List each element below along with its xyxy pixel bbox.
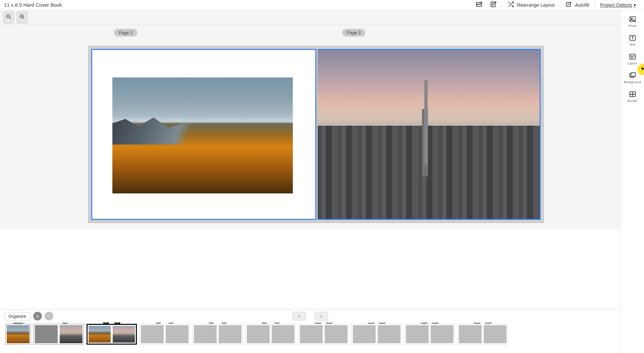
sidebar-text-label: Text	[630, 43, 636, 46]
thumb-spread-8-9[interactable]: 8 9	[246, 324, 296, 345]
autofill-label: Autofill	[575, 2, 589, 8]
thumb-pgnum-4: 4	[155, 322, 161, 324]
thumb-pgnum-6: 6	[208, 322, 214, 324]
thumb-front-label: Front	[12, 322, 24, 324]
thumb-page-14	[406, 325, 429, 343]
sidebar-border[interactable]: Border	[621, 87, 644, 106]
thumb-page-16	[459, 325, 482, 343]
sidebar-photo-label: Photo	[628, 24, 637, 27]
add-page-button[interactable]: +	[33, 312, 42, 320]
sidebar-border-label: Border	[628, 99, 637, 103]
autofill-icon	[566, 1, 572, 9]
next-spread-button[interactable]: ›	[315, 312, 328, 320]
thumb-spread-2-3[interactable]: 2 3	[87, 324, 137, 345]
editor-canvas-area: Page 2 Page 3	[0, 25, 644, 229]
remove-page-button[interactable]: −	[45, 312, 53, 320]
thumb-page-inside-cover	[35, 325, 58, 343]
page-right[interactable]	[318, 49, 541, 220]
thumb-pgnum-17: 17	[484, 322, 492, 324]
thumb-spread-12-13[interactable]: 12 13	[352, 324, 402, 345]
thumb-page-3-img	[113, 326, 135, 343]
caret-down-icon: ▾	[634, 2, 636, 8]
thumb-controls: Organize + − ‹ ›	[0, 310, 621, 322]
thumb-pgnum-3: 3	[114, 322, 120, 325]
thumb-page-8	[247, 325, 270, 343]
right-sidebar: Photo Text Layout Background Border	[621, 10, 644, 353]
page-left[interactable]	[91, 49, 316, 220]
zoom-bar	[0, 10, 644, 25]
svg-rect-14	[631, 73, 635, 76]
thumb-pgnum-8: 8	[261, 322, 267, 324]
thumb-page-17	[484, 325, 506, 343]
page-label-right: Page 3	[342, 29, 365, 37]
thumb-page-2-img	[89, 326, 111, 343]
thumb-pgnum-16: 16	[473, 322, 481, 324]
thumbnail-bar: Organize + − ‹ › Front 1 2 3 4 5	[0, 309, 621, 353]
thumb-page-6	[194, 325, 217, 343]
thumb-pgnum-15: 15	[431, 322, 439, 324]
cursor-icon	[641, 67, 644, 72]
add-text-page-button[interactable]	[486, 0, 500, 11]
photo-slot-right[interactable]	[318, 49, 541, 220]
border-icon	[629, 91, 636, 98]
thumb-spread-16-17[interactable]: 16 17	[458, 324, 508, 345]
rearrange-layout-button[interactable]: Rearrange Layout	[503, 0, 558, 11]
thumbnails-row[interactable]: Front 1 2 3 4 5 6 7	[0, 322, 621, 347]
thumb-spread-4-5[interactable]: 4 5	[140, 324, 190, 345]
thumb-pgnum-5: 5	[168, 322, 174, 324]
project-options-dropdown[interactable]: Project Options ▾	[596, 0, 640, 10]
thumb-pgnum-2: 2	[103, 322, 109, 325]
project-title: 11 x 8.5 Hard Cover Book	[4, 2, 62, 8]
thumb-page-10	[300, 325, 323, 343]
thumb-spread-1[interactable]: 1	[34, 324, 84, 345]
photo-icon	[629, 15, 636, 23]
minus-icon: −	[47, 313, 50, 319]
project-options-label: Project Options	[600, 2, 632, 8]
thumb-pgnum-14: 14	[420, 322, 428, 324]
thumb-page-15	[431, 325, 453, 343]
shuffle-icon	[507, 1, 514, 9]
zoom-out-icon	[6, 14, 12, 21]
thumb-spread-14-15[interactable]: 14 15	[405, 324, 455, 345]
city-image	[318, 50, 540, 219]
svg-point-10	[631, 18, 632, 19]
thumb-page-7	[219, 325, 241, 343]
sidebar-layout-label: Layout	[628, 62, 637, 65]
add-photo-icon	[476, 1, 483, 9]
photo-slot-left[interactable]	[112, 77, 293, 193]
rearrange-label: Rearrange Layout	[517, 2, 554, 8]
organize-button[interactable]: Organize	[4, 312, 31, 320]
thumb-pgnum-9: 9	[274, 322, 280, 324]
thumb-pgnum-7: 7	[221, 322, 227, 324]
add-text-page-icon	[490, 1, 497, 9]
chevron-left-icon: ‹	[299, 313, 300, 319]
background-icon	[629, 72, 636, 79]
svg-rect-12	[630, 54, 635, 59]
sidebar-text[interactable]: Text	[621, 31, 644, 50]
top-toolbar: 11 x 8.5 Hard Cover Book Rearrange Layou…	[0, 0, 644, 10]
svg-rect-2	[567, 2, 571, 6]
zoom-in-button[interactable]	[17, 11, 28, 23]
thumb-pgnum-12: 12	[367, 322, 375, 324]
page-label-left: Page 2	[114, 29, 137, 37]
autofill-button[interactable]: Autofill	[561, 0, 593, 11]
thumb-page-12	[353, 325, 376, 343]
book-spread[interactable]	[88, 46, 544, 223]
zoom-in-icon	[19, 14, 25, 21]
thumb-front[interactable]: Front	[5, 324, 31, 345]
prev-spread-button[interactable]: ‹	[292, 312, 306, 320]
thumb-spread-10-11[interactable]: 10 11	[299, 324, 349, 345]
thumb-spread-6-7[interactable]: 6 7	[193, 324, 243, 345]
layout-icon	[629, 53, 636, 60]
sidebar-photo[interactable]: Photo	[621, 12, 644, 31]
thumb-page-9	[272, 325, 294, 343]
thumb-page-11	[325, 325, 347, 343]
zoom-out-button[interactable]	[3, 11, 14, 23]
thumb-pgnum-13: 13	[378, 322, 386, 324]
sidebar-background-label: Background	[624, 80, 641, 84]
thumb-page-5	[166, 325, 189, 343]
chevron-right-icon: ›	[321, 313, 322, 319]
thumb-front-image	[7, 325, 30, 343]
add-photo-button[interactable]	[472, 0, 486, 11]
forest-image	[112, 77, 293, 193]
